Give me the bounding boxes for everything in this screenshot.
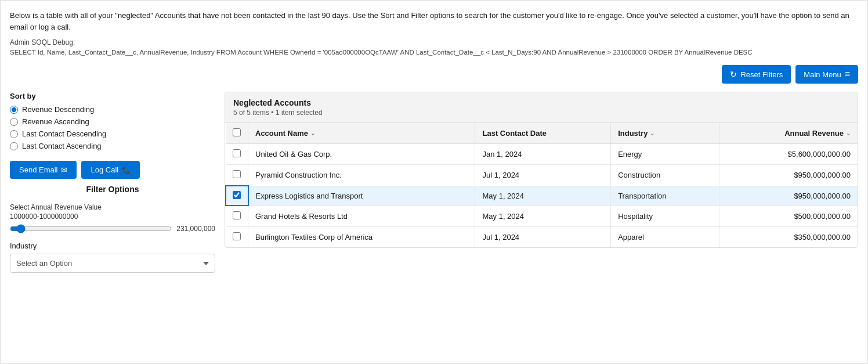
row-industry: Energy: [611, 144, 719, 165]
row-last-contact: Jul 1, 2024: [475, 165, 611, 186]
col-revenue-label: Annual Revenue: [784, 129, 844, 138]
row-checkbox-cell[interactable]: [226, 227, 248, 248]
revenue-range: 1000000-1000000000: [10, 212, 215, 221]
row-revenue: $5,600,000,000.00: [719, 144, 858, 165]
industry-filter: Industry Select an Option Energy Constru…: [10, 242, 215, 273]
col-account-name[interactable]: Account Name ⌄: [248, 123, 475, 144]
reset-filters-label: Reset Filters: [740, 70, 783, 79]
revenue-label: Select Annual Revenue Value: [10, 203, 215, 211]
slider-row: 231,000,000: [10, 224, 215, 233]
revenue-slider[interactable]: [10, 224, 172, 233]
table-header-row: Account Name ⌄ Last Contact Date: [226, 123, 858, 144]
table-row: Burlington Textiles Corp of AmericaJul 1…: [226, 227, 858, 248]
revenue-filter: Select Annual Revenue Value 1000000-1000…: [10, 203, 215, 233]
sort-radio-lc-asc[interactable]: [10, 142, 18, 150]
row-checkbox[interactable]: [233, 232, 241, 240]
sort-option-rev-desc[interactable]: Revenue Descending: [10, 105, 215, 114]
select-all-checkbox[interactable]: [233, 128, 241, 136]
top-bar: Reset Filters Main Menu: [10, 65, 858, 84]
left-panel: Sort by Revenue Descending Revenue Ascen…: [10, 92, 225, 273]
description-text: Below is a table with all of your "negle…: [10, 10, 858, 33]
main-menu-button[interactable]: Main Menu: [795, 65, 858, 84]
row-checkbox[interactable]: [233, 149, 241, 157]
row-industry: Apparel: [611, 227, 719, 248]
row-industry: Transportation: [611, 186, 719, 206]
col-revenue[interactable]: Annual Revenue ⌄: [719, 123, 858, 144]
envelope-icon: [61, 165, 67, 174]
row-last-contact: May 1, 2024: [475, 206, 611, 227]
phone-icon: [122, 165, 131, 174]
row-revenue: $350,000,000.00: [719, 227, 858, 248]
row-checkbox-cell[interactable]: [226, 165, 248, 186]
sort-by-section: Sort by Revenue Descending Revenue Ascen…: [10, 92, 215, 150]
industry-label: Industry: [10, 242, 215, 250]
filter-options-title: Filter Options: [10, 185, 215, 194]
row-last-contact: Jul 1, 2024: [475, 227, 611, 248]
select-all-header[interactable]: [226, 123, 248, 144]
action-buttons: Send Email Log Call: [10, 161, 215, 179]
sort-radio-rev-asc[interactable]: [10, 118, 18, 126]
industry-sort-icon: ⌄: [650, 130, 654, 136]
col-last-contact-label: Last Contact Date: [482, 129, 547, 138]
sort-label-lc-desc: Last Contact Descending: [22, 129, 106, 138]
row-checkbox-cell[interactable]: [226, 186, 248, 206]
sort-label-lc-asc: Last Contact Ascending: [22, 142, 102, 150]
row-revenue: $950,000,000.00: [719, 186, 858, 206]
table-row: Pyramid Construction Inc.Jul 1, 2024Cons…: [226, 165, 858, 186]
menu-icon: [845, 69, 850, 80]
row-checkbox[interactable]: [233, 191, 241, 199]
table-row: United Oil & Gas Corp.Jan 1, 2024Energy$…: [226, 144, 858, 165]
log-call-button[interactable]: Log Call: [81, 161, 140, 179]
row-account-name: Burlington Textiles Corp of America: [248, 227, 475, 248]
table-header-bar: Neglected Accounts 5 of 5 items • 1 item…: [225, 92, 858, 123]
row-revenue: $950,000,000.00: [719, 165, 858, 186]
account-name-sort-icon: ⌄: [310, 130, 315, 136]
row-industry: Hospitality: [611, 206, 719, 227]
col-account-name-label: Account Name: [255, 129, 308, 138]
col-last-contact: Last Contact Date: [475, 123, 611, 144]
sort-radio-lc-desc[interactable]: [10, 130, 18, 138]
row-last-contact: May 1, 2024: [475, 186, 611, 206]
debug-label: Admin SOQL Debug:: [10, 38, 858, 46]
row-revenue: $500,000,000.00: [719, 206, 858, 227]
col-industry-label: Industry: [618, 129, 648, 138]
sort-label-rev-asc: Revenue Ascending: [22, 117, 89, 126]
table-meta: 5 of 5 items • 1 item selected: [233, 109, 849, 117]
slider-max-label: 231,000,000: [176, 225, 215, 233]
row-checkbox-cell[interactable]: [226, 206, 248, 227]
sort-option-rev-asc[interactable]: Revenue Ascending: [10, 117, 215, 126]
row-account-name: Pyramid Construction Inc.: [248, 165, 475, 186]
table-container: Neglected Accounts 5 of 5 items • 1 item…: [225, 92, 858, 248]
send-email-button[interactable]: Send Email: [10, 161, 77, 179]
col-industry[interactable]: Industry ⌄: [611, 123, 719, 144]
row-account-name: United Oil & Gas Corp.: [248, 144, 475, 165]
reset-filters-button[interactable]: Reset Filters: [722, 65, 791, 84]
table-title: Neglected Accounts: [233, 98, 849, 107]
debug-query: SELECT Id, Name, Last_Contact_Date__c, A…: [10, 48, 858, 57]
debug-section: Admin SOQL Debug: SELECT Id, Name, Last_…: [10, 38, 858, 57]
sort-option-lc-desc[interactable]: Last Contact Descending: [10, 129, 215, 138]
table-row: Express Logistics and TransportMay 1, 20…: [226, 186, 858, 206]
log-call-label: Log Call: [91, 165, 118, 174]
row-checkbox[interactable]: [233, 211, 241, 219]
send-email-label: Send Email: [19, 165, 57, 174]
right-panel: Neglected Accounts 5 of 5 items • 1 item…: [225, 92, 858, 273]
row-last-contact: Jan 1, 2024: [475, 144, 611, 165]
row-industry: Construction: [611, 165, 719, 186]
table-row: Grand Hotels & Resorts LtdMay 1, 2024Hos…: [226, 206, 858, 227]
table-body: United Oil & Gas Corp.Jan 1, 2024Energy$…: [226, 144, 858, 248]
main-menu-label: Main Menu: [804, 70, 841, 79]
sort-option-lc-asc[interactable]: Last Contact Ascending: [10, 142, 215, 150]
industry-select[interactable]: Select an Option Energy Construction Tra…: [10, 254, 215, 273]
row-checkbox[interactable]: [233, 170, 241, 178]
reset-icon: [730, 70, 737, 79]
revenue-sort-icon: ⌄: [846, 130, 851, 136]
sort-radio-group: Revenue Descending Revenue Ascending Las…: [10, 105, 215, 150]
sort-label-rev-desc: Revenue Descending: [22, 105, 94, 114]
accounts-table: Account Name ⌄ Last Contact Date: [225, 123, 858, 247]
row-account-name: Express Logistics and Transport: [248, 186, 475, 206]
row-checkbox-cell[interactable]: [226, 144, 248, 165]
sort-radio-rev-desc[interactable]: [10, 106, 18, 114]
main-layout: Sort by Revenue Descending Revenue Ascen…: [10, 92, 858, 273]
sort-by-label: Sort by: [10, 92, 215, 100]
